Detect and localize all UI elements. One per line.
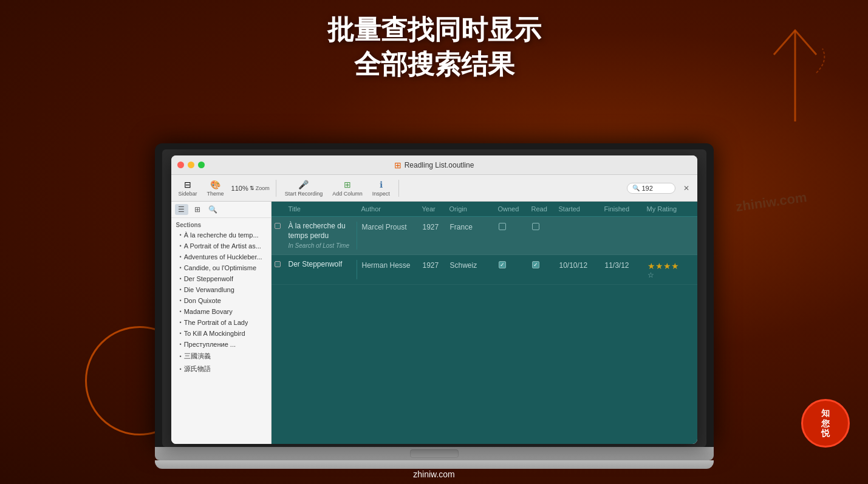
sidebar-item[interactable]: •Der Steppenwolf — [171, 273, 271, 284]
sidebar-item[interactable]: •To Kill A Mockingbird — [171, 328, 271, 339]
search-value: 192 — [642, 185, 653, 192]
row-title-sub: In Search of Lost Time — [289, 242, 352, 250]
search-field[interactable]: 🔍 192 — [627, 183, 675, 194]
table-row[interactable]: À la recherche du temps perdu In Search … — [272, 217, 697, 255]
close-button[interactable] — [177, 162, 184, 168]
window-title: Readling List.ooutline — [405, 161, 474, 169]
inspect-button[interactable]: ℹ Inspect — [370, 179, 392, 198]
table-row[interactable]: Der Steppenwolf Herman Hesse 1927 Schwei… — [272, 255, 697, 285]
sidebar-bullet: • — [180, 265, 182, 271]
row-started — [555, 222, 600, 223]
sidebar-item-label: 源氏物語 — [184, 364, 211, 373]
brand-text: 知您悦 — [821, 408, 830, 438]
sidebar-bullet: • — [180, 353, 182, 360]
recording-button[interactable]: 🎤 Start Recording — [282, 179, 326, 198]
row-origin: Schweiz — [445, 260, 494, 270]
row-title-block: À la recherche du temps perdu In Search … — [284, 222, 357, 250]
header-handle — [272, 205, 284, 213]
row-title-main: À la recherche du temps perdu — [289, 222, 352, 240]
table-area: Title Author Year Origin Owned Read Star… — [272, 202, 697, 444]
sidebar-item[interactable]: •Don Quixote — [171, 295, 271, 306]
row-author: Marcel Proust — [357, 222, 418, 231]
inspect-icon: ℹ — [375, 180, 387, 189]
sidebar-item[interactable]: •Преступление ... — [171, 339, 271, 350]
owned-checkbox[interactable]: ✓ — [499, 261, 506, 268]
sidebar-item-label: A Portrait of the Artist as... — [184, 242, 261, 250]
row-origin: France — [445, 222, 494, 231]
table-body: À la recherche du temps perdu In Search … — [272, 217, 697, 444]
toolbar-separator-1 — [276, 180, 276, 197]
col-header-owned: Owned — [493, 205, 527, 213]
sidebar-item[interactable]: •Candide, ou l'Optimisme — [171, 262, 271, 273]
laptop-keyboard-base — [155, 447, 714, 460]
owned-checkbox[interactable] — [499, 223, 506, 230]
sidebar-bullet: • — [180, 243, 182, 249]
close-search-button[interactable]: ✕ — [680, 184, 692, 193]
sidebar-item[interactable]: •A Portrait of the Artist as... — [171, 240, 271, 251]
sidebar-bullet: • — [180, 341, 182, 347]
row-rating — [643, 222, 697, 223]
sidebar-item[interactable]: •源氏物語 — [171, 363, 271, 375]
row-started: 10/10/12 — [555, 260, 600, 270]
row-rating: ★★★★ ☆ — [643, 260, 697, 279]
add-column-icon: ⊞ — [341, 180, 354, 189]
row-author: Herman Hesse — [357, 260, 418, 270]
row-finished — [600, 222, 643, 223]
sidebar-icon: ⊟ — [182, 180, 194, 189]
sidebar-item-label: 三國演義 — [184, 352, 211, 361]
row-indicator — [275, 223, 281, 229]
laptop-base-bottom — [155, 460, 714, 469]
traffic-lights — [177, 162, 205, 168]
row-owned[interactable]: ✓ — [494, 260, 527, 268]
sidebar-bullet: • — [180, 276, 182, 282]
row-read[interactable] — [527, 222, 555, 230]
row-read[interactable]: ✓ — [527, 260, 555, 268]
sidebar-item-label: Candide, ou l'Optimisme — [184, 264, 257, 271]
zoom-arrows-icon: ⇅ — [250, 185, 255, 191]
sidebar-bullet: • — [180, 330, 182, 336]
col-header-rating: My Rating — [642, 205, 697, 213]
sidebar-item[interactable]: •À la recherche du temp... — [171, 230, 271, 240]
sidebar-grid-view-button[interactable]: ⊞ — [191, 204, 204, 215]
row-handle — [272, 222, 284, 229]
maximize-button[interactable] — [198, 162, 205, 168]
microphone-icon: 🎤 — [298, 180, 310, 189]
sidebar-item[interactable]: •The Portrait of a Lady — [171, 317, 271, 328]
sidebar-bullet: • — [180, 308, 182, 315]
title-bar: ⊞ Readling List.ooutline — [171, 155, 697, 175]
col-header-finished: Finished — [600, 205, 642, 213]
sidebar-toolbar: ☰ ⊞ 🔍 — [171, 202, 271, 218]
zoom-control[interactable]: 110% ⇅ Zoom — [231, 185, 270, 192]
sidebar-bullet: • — [180, 232, 182, 238]
row-finished: 11/3/12 — [600, 260, 643, 270]
minimize-button[interactable] — [188, 162, 194, 168]
row-year: 1927 — [418, 260, 445, 270]
theme-button[interactable]: 🎨 Theme — [205, 179, 227, 198]
sidebar-item[interactable]: •三國演義 — [171, 350, 271, 363]
rating-stars: ★★★★ ☆ — [648, 261, 679, 279]
sidebar-list-view-button[interactable]: ☰ — [175, 204, 188, 215]
sidebar-item-label: À la recherche du temp... — [184, 231, 259, 239]
sidebar-bullet: • — [180, 254, 182, 260]
mac-window: ⊞ Readling List.ooutline ⊟ Sidebar 🎨 The… — [171, 155, 697, 444]
row-year: 1927 — [418, 222, 445, 231]
sidebar-item[interactable]: •Adventures of Huckleber... — [171, 251, 271, 262]
add-column-button[interactable]: ⊞ Add Column — [330, 179, 365, 198]
table-header: Title Author Year Origin Owned Read Star… — [272, 202, 697, 217]
sidebar-search-button[interactable]: 🔍 — [207, 204, 220, 215]
col-header-origin: Origin — [445, 205, 493, 213]
read-checkbox[interactable]: ✓ — [532, 261, 539, 268]
row-owned[interactable] — [494, 222, 527, 230]
read-checkbox[interactable] — [532, 223, 539, 230]
sidebar-button[interactable]: ⊟ Sidebar — [176, 179, 200, 198]
site-watermark: zhiniw.com — [413, 469, 454, 479]
sidebar-item[interactable]: •Die Verwandlung — [171, 284, 271, 295]
col-header-author: Author — [357, 205, 417, 213]
toolbar-separator-2 — [398, 180, 399, 197]
sidebar-item[interactable]: •Madame Bovary — [171, 306, 271, 317]
laptop: ⊞ Readling List.ooutline ⊟ Sidebar 🎨 The… — [155, 143, 714, 469]
sidebar-bullet: • — [180, 298, 182, 304]
sidebar-bullet: • — [180, 287, 182, 293]
hero-text: 批量查找同时显示 全部搜索结果 — [0, 12, 868, 81]
row-handle — [272, 260, 284, 267]
